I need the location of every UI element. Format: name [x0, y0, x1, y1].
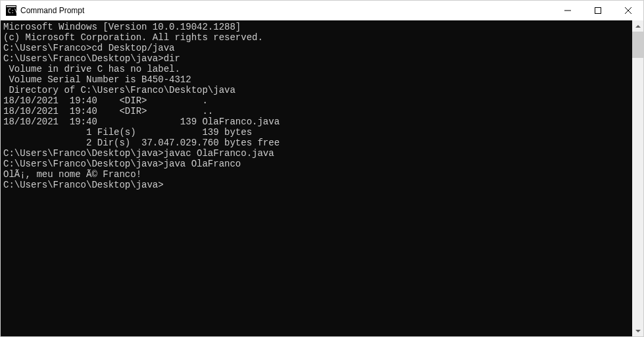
terminal-area: Microsoft Windows [Version 10.0.19042.12…	[1, 20, 643, 336]
svg-text:C:\: C:\	[8, 9, 16, 14]
scrollbar-up-arrow[interactable]	[632, 20, 643, 32]
scrollbar-down-arrow[interactable]	[632, 325, 643, 336]
svg-marker-7	[635, 25, 641, 28]
window-controls	[553, 1, 643, 20]
terminal-line: C:\Users\Franco\Desktop\java>java OlaFra…	[3, 159, 630, 169]
terminal-line: 18/10/2021 19:40 <DIR> ..	[3, 106, 630, 117]
terminal-line: C:\Users\Franco\Desktop\java>javac OlaFr…	[3, 148, 630, 159]
terminal-line: 2 Dir(s) 37.047.029.760 bytes free	[3, 138, 630, 148]
command-prompt-window: C:\ Command Prompt Microsoft Windows [Ve…	[0, 0, 644, 337]
terminal-line: 1 File(s) 139 bytes	[3, 127, 630, 138]
terminal-line: Volume Serial Number is B450-4312	[3, 74, 630, 85]
terminal-line: (c) Microsoft Corporation. All rights re…	[3, 32, 630, 43]
titlebar[interactable]: C:\ Command Prompt	[1, 1, 643, 20]
svg-marker-8	[635, 330, 641, 332]
terminal-line: Directory of C:\Users\Franco\Desktop\jav…	[3, 85, 630, 95]
terminal-line: 18/10/2021 19:40 139 OlaFranco.java	[3, 117, 630, 127]
terminal-line: OlÃ¡, meu nome Ã© Franco!	[3, 169, 630, 180]
close-button[interactable]	[613, 1, 643, 20]
terminal-line: Microsoft Windows [Version 10.0.19042.12…	[3, 22, 630, 32]
app-icon: C:\	[6, 5, 16, 16]
terminal-line: C:\Users\Franco\Desktop\java>	[3, 180, 630, 190]
terminal-output[interactable]: Microsoft Windows [Version 10.0.19042.12…	[1, 20, 632, 336]
scrollbar-thumb[interactable]	[632, 32, 643, 58]
scrollbar-track[interactable]	[632, 32, 643, 325]
maximize-button[interactable]	[583, 1, 613, 20]
window-title: Command Prompt	[20, 6, 553, 15]
svg-rect-4	[595, 8, 601, 14]
terminal-line: C:\Users\Franco>cd Desktop/java	[3, 43, 630, 53]
vertical-scrollbar[interactable]	[632, 20, 643, 336]
terminal-line: 18/10/2021 19:40 <DIR> .	[3, 95, 630, 106]
terminal-line: C:\Users\Franco\Desktop\java>dir	[3, 53, 630, 64]
svg-rect-1	[7, 6, 16, 7]
terminal-line: Volume in drive C has no label.	[3, 64, 630, 74]
minimize-button[interactable]	[553, 1, 583, 20]
